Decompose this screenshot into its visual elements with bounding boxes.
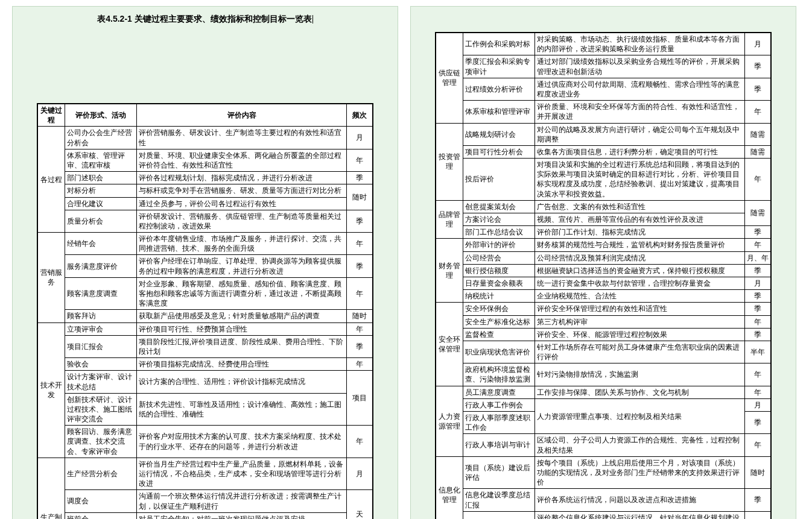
cell-content: 按每个项目（系统）上线启用后使用三个月，对该项目（系统）功能的实现情况，及对业务… xyxy=(535,456,745,489)
cell-freq: 季 xyxy=(745,303,771,315)
cell-form: 顾客拜访 xyxy=(65,310,137,322)
cell-form: 部门述职会 xyxy=(65,172,137,184)
table-row: 品牌管理创意提案策划会广告创意、文案的有效性和适宜性随需 xyxy=(436,200,771,213)
cell-freq: 季 xyxy=(745,226,771,239)
table-row: 顾客回访、服务满意度调查、技术交流会、专家评审会评价客户对应用技术方案的认可度、… xyxy=(38,426,373,458)
cell-freq: 年 xyxy=(745,239,771,251)
cell-process: 各过程 xyxy=(38,127,65,233)
table-row: 政府机构环境监督检查、污染物排放监测针对污染物排放情况，实施监测年 xyxy=(436,363,771,386)
cell-content: 沟通前一个班次整体运行情况并进行分析改进；按需调整生产计划，以保证生产顺利进行 xyxy=(137,490,347,512)
cell-form: 信息化建设季度总结汇报 xyxy=(463,489,535,511)
cell-content: 评价当月生产经营过程中生产量,产品质量，原燃材料单耗，设备运行情况，不合格品类，… xyxy=(137,458,347,490)
cell-form: 质量分析会 xyxy=(65,210,137,232)
cell-freq: 年 xyxy=(347,233,373,255)
table-row: 财务管理外部审计的评价财务核算的规范性与合规性，监管机构对财务报告质量评价年 xyxy=(436,239,771,251)
cell-form: 对标分析 xyxy=(65,184,137,197)
cell-freq: 年 xyxy=(347,426,373,458)
cell-freq: 随需 xyxy=(745,200,771,225)
cell-process: 供应链管理 xyxy=(436,33,463,124)
table-row: 安全环保管理安全环保例会评价安全环保管理过程的有效性和适宜性季 xyxy=(436,303,771,315)
table-row: 创新技术研讨、设计过程技术、施工图纸评审交流会新技术先进性、可靠性及适用性；设计… xyxy=(38,393,373,426)
cell-freq: 天 xyxy=(347,490,373,519)
cell-form: 安全环保例会 xyxy=(463,303,535,315)
cell-content: 人力资源管理重点事项、过程控制及相关结果 xyxy=(535,398,745,434)
cell-form: 过程绩效分析评价 xyxy=(463,78,535,100)
cell-freq: 项目 xyxy=(347,371,373,426)
table-row: 部门工作总结会议评价部门工作计划、指标完成情况季 xyxy=(436,226,771,239)
cell-process: 安全环保管理 xyxy=(436,303,463,386)
table-row: 顾客拜访获取新产品使用感受及意见；针对质量敏感期产品的调查随时 xyxy=(38,310,373,322)
table-caption: 表4.5.2-1 关键过程主要要求、绩效指标和控制目标一览表 xyxy=(13,14,398,25)
cell-content: 评价安全环保管理过程的有效性和适宜性 xyxy=(535,303,745,315)
cell-content: 评价各系统运行情况，问题以及改进点和改进措施 xyxy=(535,489,745,511)
cell-form: 设计方案评审、设计技术总结 xyxy=(65,371,137,393)
table-row: 对标分析与标杆或竞争对手在营销服务、研发、质量等方面进行对比分析随时 xyxy=(38,184,373,197)
table-row: 投后评价对项目决策和实施的全过程进行系统总结和回顾，将项目达到的实际效果与项目决… xyxy=(436,159,771,201)
cell-freq: 年 xyxy=(745,386,771,398)
cell-freq: 季 xyxy=(745,55,771,78)
cell-process: 投资管理 xyxy=(436,123,463,200)
table-row: 监督检查评价安全、环保、能源管理过程控制效果季 xyxy=(436,328,771,341)
cell-freq: 季 xyxy=(347,210,373,232)
table-row: 部门述职会评价各过程规划计划、指标完成情况，并进行分析改进季 xyxy=(38,172,373,184)
table-row: 验收会评价项目指标完成情况、经费使用合理性年 xyxy=(38,358,373,371)
cell-content: 通过全员参与，评价公司各过程运行有效性 xyxy=(137,197,347,210)
cell-freq: 年 xyxy=(745,159,771,201)
cell-content: 评价整个信息化系统建设与运行情况，针对当年信息化规划建设存在的问题，及下年所需调… xyxy=(535,511,745,519)
table-row: 顾客满意度调查对企业形象、顾客期望、感知质量、感知价值、顾客满意度、顾客抱怨和顾… xyxy=(38,277,373,310)
cell-content: 通过对部门级绩效指标以及采购业务合规性等的评价，开展采购管理改进和创新活动 xyxy=(535,55,745,78)
table-row: 信息化管理总结会评价整个信息化系统建设与运行情况，针对当年信息化规划建设存在的问… xyxy=(436,511,771,519)
cell-content: 获取新产品使用感受及意见；针对质量敏感期产品的调查 xyxy=(137,310,347,322)
cell-freq: 年 xyxy=(347,358,373,371)
cell-content: 项目阶段性汇报,评价项目进度、阶段性成果、费用合理性、下阶段计划 xyxy=(137,335,347,357)
table-row: 体系审核、管理评审、流程审核对质量、环境、职业健康安全体系、两化融合所覆盖的全部… xyxy=(38,149,373,171)
table-row: 体系审核和管理评审评价质量、环境和安全环保等方面的符合性、有效性和适宜性，并开展… xyxy=(436,101,771,123)
cell-content: 统一进行资金集中收款与付款管理，合理控制存量资金 xyxy=(535,277,745,289)
table-row: 日存量资金余额表统一进行资金集中收款与付款管理，合理控制存量资金月 xyxy=(436,277,771,289)
cell-form: 验收会 xyxy=(65,358,137,371)
cell-content: 广告创意、文案的有效性和适宜性 xyxy=(535,200,745,213)
cell-form: 体系审核、管理评审、流程审核 xyxy=(65,149,137,171)
cell-content: 对项目决策和实施的全过程进行系统总结和回顾，将项目达到的实际效果与项目决策时确定… xyxy=(535,159,745,201)
cell-freq: 季 xyxy=(745,264,771,277)
cell-form: 政府机构环境监督检查、污染物排放监测 xyxy=(463,363,535,386)
table-row: 营销服务经销年会评价本年度销售业绩、市场推广及服务，并进行探讨、交流，共同推进营… xyxy=(38,233,373,255)
title-row: 表4.5.2-1 关键过程主要要求、绩效指标和控制目标一览表 xyxy=(13,7,398,25)
cell-form: 信息化管理总结会 xyxy=(463,511,535,519)
cell-form: 安全生产标准化达标 xyxy=(463,315,535,328)
cell-freq: 季 xyxy=(745,328,771,341)
cell-freq: 月 xyxy=(745,33,771,55)
cell-content: 通过供应商对公司付款周期、流程顺畅性、需求合理性等的满意程度改进业务 xyxy=(535,78,745,100)
cell-content: 对质量、环境、职业健康安全体系、两化融合所覆盖的全部过程评价符合性、有效性和适宜… xyxy=(137,149,347,171)
cell-content: 对企业形象、顾客期望、感知质量、感知价值、顾客满意度、顾客抱怨和顾客忠诚等方面进… xyxy=(137,277,347,310)
cell-freq: 季 xyxy=(347,335,373,357)
cell-form: 立项评审会 xyxy=(65,322,137,335)
page-right: 供应链管理工作例会和采购对标对采购策略、市场动态、执行级绩效指标、质量和成本等各… xyxy=(410,6,796,519)
table-right-wrap: 供应链管理工作例会和采购对标对采购策略、市场动态、执行级绩效指标、质量和成本等各… xyxy=(435,32,772,519)
cell-freq: 月 xyxy=(745,398,771,411)
th-form: 评价形式、活动 xyxy=(65,104,137,127)
cell-form: 银行授信额度 xyxy=(463,264,535,277)
cell-content: 区域公司、分子公司人力资源工作的合规性、完备性，过程控制及相关结果 xyxy=(535,434,745,456)
cell-form: 季度汇报会和采购专项审计 xyxy=(463,55,535,78)
cell-freq: 随需 xyxy=(745,123,771,145)
cell-freq: 月 xyxy=(347,127,373,149)
cell-form: 公司办公会生产经营分析会 xyxy=(65,127,137,149)
cell-form: 监督检查 xyxy=(463,328,535,341)
cell-process: 生产制造 xyxy=(38,458,65,519)
cell-form: 行政人事部季度述职工作会 xyxy=(463,412,535,434)
cell-process: 品牌管理 xyxy=(436,200,463,239)
cell-form: 创意提案策划会 xyxy=(463,200,535,213)
title-text: 表4.5.2-1 关键过程主要要求、绩效指标和控制目标一览表 xyxy=(97,14,311,24)
cell-freq: 季 xyxy=(347,255,373,277)
cell-content: 评价质量、环境和安全环保等方面的符合性、有效性和适宜性，并开展改进 xyxy=(535,101,745,123)
cell-form: 行政人事工作例会 xyxy=(463,398,535,411)
cell-form: 战略规划研讨会 xyxy=(463,123,535,145)
cell-form: 项目可行性分析会 xyxy=(463,145,535,158)
table-right: 供应链管理工作例会和采购对标对采购策略、市场动态、执行级绩效指标、质量和成本等各… xyxy=(436,33,771,519)
cell-process: 营销服务 xyxy=(38,233,65,323)
cell-process: 技术开发 xyxy=(38,322,65,458)
cell-form: 体系审核和管理评审 xyxy=(463,101,535,123)
table-row: 银行授信额度根据融资缺口选择适当的资金融资方式，保持银行授权额度季 xyxy=(436,264,771,277)
cell-freq: 年 xyxy=(745,101,771,123)
